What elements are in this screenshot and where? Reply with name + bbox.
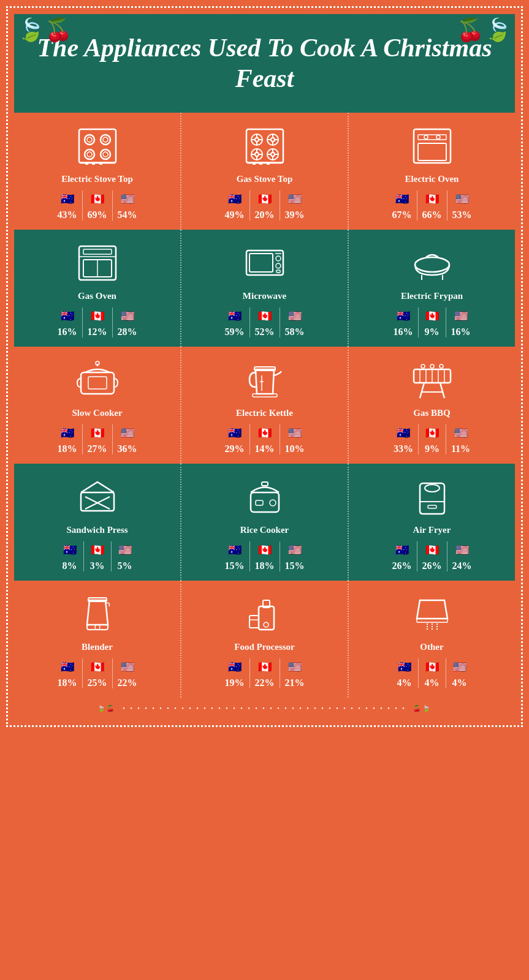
svg-rect-86 (256, 500, 263, 505)
svg-point-100 (264, 622, 268, 627)
electric-kettle-icon (240, 359, 289, 402)
svg-rect-61 (81, 372, 114, 394)
bottom-decoration: 🍃🍒 • • • • • • • • • • • • • • • • • • •… (14, 698, 515, 719)
flag-au: 🇦🇺 (226, 541, 243, 559)
sandwich-press-name: Sandwich Press (20, 525, 174, 535)
pct-ca: 66% (422, 209, 442, 221)
appliance-food-processor: Food Processor 🇦🇺 19% 🇨🇦 22% 🇺🇸 21% (181, 581, 349, 698)
stat-ca: 🇨🇦 52% (250, 307, 280, 337)
svg-rect-96 (259, 606, 274, 630)
page-title: The Appliances Used To Cook A Christmas … (26, 32, 503, 94)
appliance-electric-frypan: Electric Frypan 🇦🇺 16% 🇨🇦 9% 🇺🇸 16% (349, 230, 515, 347)
gas-stove-top-name: Gas Stove Top (188, 174, 341, 184)
stat-us: 🇺🇸 58% (280, 307, 310, 337)
stat-us: 🇺🇸 21% (280, 658, 310, 688)
food-processor-name: Food Processor (188, 642, 341, 652)
page-wrapper: 🍃🍒 🍒🍃 The Appliances Used To Cook A Chri… (0, 0, 529, 733)
stat-ca: 🇨🇦 9% (419, 307, 446, 337)
pct-ca: 22% (255, 677, 275, 688)
flag-us: 🇺🇸 (119, 658, 136, 676)
svg-point-5 (85, 149, 94, 159)
flag-us: 🇺🇸 (452, 424, 470, 442)
svg-point-87 (270, 500, 276, 506)
slow-cooker-icon (73, 359, 122, 402)
pct-au: 67% (392, 209, 412, 221)
appliance-sandwich-press: Sandwich Press 🇦🇺 8% 🇨🇦 3% 🇺🇸 5% (14, 464, 181, 581)
stat-ca: 🇨🇦 18% (250, 541, 280, 571)
flag-au: 🇦🇺 (59, 658, 76, 676)
flag-us: 🇺🇸 (286, 658, 303, 676)
svg-rect-40 (259, 162, 262, 165)
stat-us: 🇺🇸 16% (446, 307, 476, 337)
svg-rect-98 (249, 616, 259, 628)
pct-us: 28% (118, 326, 137, 337)
pct-au: 15% (225, 560, 245, 571)
pct-us: 15% (285, 560, 305, 571)
blender-name: Blender (20, 642, 174, 652)
stat-us: 🇺🇸 39% (280, 190, 310, 221)
holly-top-right: 🍒🍃 (457, 17, 512, 43)
blender-icon (73, 593, 122, 636)
appliance-slow-cooker: Slow Cooker 🇦🇺 18% 🇨🇦 27% 🇺🇸 36% (14, 347, 181, 464)
pct-ca: 12% (88, 326, 107, 337)
electric-oven-name: Electric Oven (355, 174, 509, 184)
pct-au: 16% (394, 326, 413, 337)
electric-oven-icon (408, 125, 457, 168)
svg-rect-84 (251, 492, 279, 512)
slow-cooker-name: Slow Cooker (20, 408, 174, 418)
slow-cooker-stats: 🇦🇺 18% 🇨🇦 27% 🇺🇸 36% (20, 424, 174, 454)
stat-us: 🇺🇸 28% (113, 307, 142, 337)
svg-point-89 (425, 484, 440, 492)
flag-ca: 🇨🇦 (256, 541, 273, 559)
svg-point-1 (85, 135, 94, 145)
stat-ca: 🇨🇦 25% (83, 658, 113, 688)
flag-ca: 🇨🇦 (89, 190, 106, 208)
svg-rect-92 (428, 505, 436, 508)
appliance-gas-bbq: Gas BBQ 🇦🇺 33% 🇨🇦 9% 🇺🇸 11% (349, 347, 515, 464)
pct-ca: 27% (88, 443, 107, 454)
flag-ca: 🇨🇦 (424, 658, 441, 676)
stat-us: 🇺🇸 11% (446, 424, 475, 454)
pct-ca: 4% (425, 677, 440, 688)
flag-au: 🇦🇺 (395, 424, 412, 442)
svg-line-75 (420, 383, 424, 398)
flag-au: 🇦🇺 (394, 541, 411, 559)
flag-us: 🇺🇸 (286, 190, 303, 208)
flag-au: 🇦🇺 (226, 307, 243, 325)
microwave-icon (240, 242, 289, 285)
flag-au: 🇦🇺 (226, 424, 243, 442)
sandwich-press-stats: 🇦🇺 8% 🇨🇦 3% 🇺🇸 5% (20, 541, 174, 571)
pct-au: 43% (58, 209, 77, 221)
appliance-gas-oven: Gas Oven 🇦🇺 16% 🇨🇦 12% 🇺🇸 28% (14, 230, 181, 347)
pct-au: 59% (225, 326, 245, 337)
flag-ca: 🇨🇦 (424, 307, 441, 325)
flag-us: 🇺🇸 (119, 424, 136, 442)
svg-point-79 (430, 364, 434, 368)
stat-ca: 🇨🇦 69% (83, 190, 113, 221)
stat-ca: 🇨🇦 12% (83, 307, 113, 337)
flag-au: 🇦🇺 (395, 307, 412, 325)
pct-au: 18% (58, 443, 77, 454)
stat-au: 🇦🇺 4% (391, 658, 419, 688)
svg-rect-66 (253, 394, 277, 397)
flag-ca: 🇨🇦 (256, 658, 273, 676)
flag-au: 🇦🇺 (59, 307, 76, 325)
gas-oven-name: Gas Oven (20, 291, 174, 301)
flag-us: 🇺🇸 (286, 424, 303, 442)
svg-line-76 (440, 383, 444, 398)
electric-stove-top-stats: 🇦🇺 43% 🇨🇦 69% 🇺🇸 54% (20, 190, 174, 221)
svg-rect-85 (262, 482, 268, 486)
flag-au: 🇦🇺 (226, 190, 243, 208)
svg-rect-44 (418, 143, 446, 160)
gas-stove-top-icon (240, 125, 289, 168)
stat-ca: 🇨🇦 14% (250, 424, 280, 454)
svg-point-21 (271, 138, 275, 141)
pct-au: 16% (58, 326, 77, 337)
svg-point-80 (440, 364, 443, 368)
pct-ca: 20% (255, 209, 275, 221)
svg-rect-64 (88, 377, 107, 389)
stat-us: 🇺🇸 10% (280, 424, 310, 454)
pct-au: 4% (397, 677, 412, 688)
flag-au: 🇦🇺 (59, 424, 76, 442)
stat-ca: 🇨🇦 4% (419, 658, 446, 688)
